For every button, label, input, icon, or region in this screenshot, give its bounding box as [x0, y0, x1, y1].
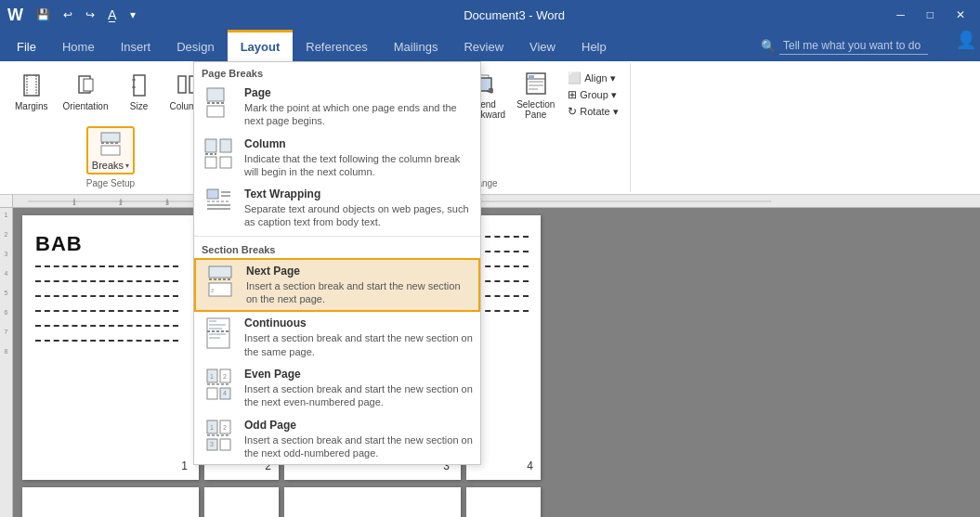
- tab-view[interactable]: View: [516, 30, 568, 61]
- page-7: 7: [22, 487, 199, 517]
- ribbon-content: Margins Orientation: [0, 61, 980, 195]
- margins-button[interactable]: Margins: [9, 69, 54, 114]
- svg-rect-4: [84, 79, 93, 91]
- svg-rect-36: [220, 139, 231, 152]
- breaks-icon: [96, 130, 125, 160]
- column-break-desc: Indicate that the text following the col…: [244, 152, 473, 179]
- page-1: BAB 1: [22, 215, 199, 480]
- page-9: 9: [466, 487, 541, 517]
- ribbon-tabs: File Home Insert Design Layout Reference…: [0, 30, 980, 61]
- breaks-dropdown-menu: Page Breaks Page Mark the point at which…: [193, 61, 481, 465]
- group-button[interactable]: ⊞ Group ▾: [564, 87, 621, 102]
- text-wrapping-break-icon: [202, 187, 235, 221]
- svg-text:4: 4: [223, 390, 227, 396]
- dropdown-item-even-page[interactable]: 1 2 4 Even Page Insert a section break a…: [194, 363, 480, 414]
- tab-layout[interactable]: Layout: [228, 30, 294, 61]
- dropdown-item-next-page[interactable]: 2 Next Page Insert a section break and s…: [194, 258, 480, 313]
- orientation-button[interactable]: Orientation: [58, 69, 114, 114]
- align-group-side: ⬜ Align ▾ ⊞ Group ▾ ↻ Rotate ▾: [562, 67, 623, 123]
- maximize-icon[interactable]: □: [920, 8, 941, 21]
- svg-rect-32: [207, 88, 224, 101]
- odd-page-break-desc: Insert a section break and start the new…: [244, 433, 473, 460]
- dropdown-item-odd-page[interactable]: 1 2 3 Odd Page Insert a section break an…: [194, 414, 480, 465]
- svg-rect-55: [209, 333, 226, 335]
- svg-rect-34: [207, 106, 224, 117]
- account-icon[interactable]: 👤: [956, 30, 976, 61]
- breaks-label: Breaks ▾: [92, 160, 129, 171]
- selection-pane-button[interactable]: SelectionPane: [511, 67, 560, 123]
- tab-insert[interactable]: Insert: [108, 30, 164, 61]
- tab-references[interactable]: References: [293, 30, 380, 61]
- breaks-button[interactable]: Breaks ▾: [86, 126, 135, 174]
- selection-pane-icon: [523, 70, 549, 99]
- rotate-label: Rotate ▾: [580, 106, 618, 118]
- dropdown-item-continuous[interactable]: Continuous Insert a section break and st…: [194, 312, 480, 363]
- tab-mailings[interactable]: Mailings: [381, 30, 451, 61]
- tab-home[interactable]: Home: [49, 30, 108, 61]
- svg-rect-8: [178, 76, 186, 93]
- page-break-text: Page Mark the point at which one page en…: [244, 86, 473, 128]
- margins-label: Margins: [15, 101, 48, 111]
- tab-design[interactable]: Design: [163, 30, 227, 61]
- section-breaks-header: Section Breaks: [194, 239, 480, 258]
- page-break-desc: Mark the point at which one page ends an…: [244, 101, 473, 128]
- svg-rect-39: [220, 157, 231, 168]
- dropdown-item-text-wrapping[interactable]: Text Wrapping Separate text around objec…: [194, 183, 480, 234]
- page-break-icon: [202, 86, 235, 120]
- orientation-label: Orientation: [63, 101, 109, 111]
- dropdown-divider: [194, 236, 480, 237]
- page-7b: [204, 487, 279, 517]
- next-page-break-icon: 2: [203, 265, 237, 298]
- word-logo-icon: W: [7, 6, 23, 25]
- tell-me-area: 🔍: [761, 30, 928, 61]
- size-button[interactable]: Size: [118, 69, 161, 114]
- next-page-break-desc: Insert a section break and start the new…: [246, 279, 471, 306]
- format-painter-button[interactable]: A̲: [104, 6, 121, 24]
- group-icon: ⊞: [568, 88, 577, 101]
- dropdown-item-page[interactable]: Page Mark the point at which one page en…: [194, 82, 480, 133]
- customize-qat-button[interactable]: ▾: [126, 6, 139, 23]
- tab-help[interactable]: Help: [568, 30, 620, 61]
- odd-page-break-title: Odd Page: [244, 419, 473, 432]
- close-icon[interactable]: ✕: [948, 8, 973, 21]
- even-page-break-desc: Insert a section break and start the new…: [244, 382, 473, 409]
- size-icon: [124, 71, 154, 101]
- column-break-icon: [202, 137, 235, 171]
- tell-me-input[interactable]: [779, 37, 928, 55]
- svg-rect-35: [205, 139, 216, 152]
- save-button[interactable]: 💾: [33, 6, 54, 23]
- svg-rect-52: [209, 320, 216, 322]
- titlebar: W 💾 ↩ ↪ A̲ ▾ Document3 - Word ─ □ ✕: [0, 0, 980, 30]
- svg-rect-5: [134, 75, 145, 96]
- align-button[interactable]: ⬜ Align ▾: [564, 71, 621, 85]
- even-page-break-text: Even Page Insert a section break and sta…: [244, 368, 473, 409]
- even-page-break-icon: 1 2 4: [202, 368, 235, 401]
- selection-pane-label: SelectionPane: [516, 99, 555, 120]
- next-page-break-text: Next Page Insert a section break and sta…: [246, 265, 471, 306]
- breaks-dropdown-arrow: ▾: [125, 162, 129, 170]
- rotate-button[interactable]: ↻ Rotate ▾: [564, 104, 621, 119]
- minimize-icon[interactable]: ─: [889, 8, 912, 21]
- even-page-break-title: Even Page: [244, 368, 473, 381]
- svg-rect-28: [529, 75, 534, 78]
- orientation-icon: [71, 71, 100, 101]
- continuous-break-desc: Insert a section break and start the new…: [244, 331, 473, 358]
- odd-page-break-text: Odd Page Insert a section break and star…: [244, 419, 473, 460]
- page-break-title: Page: [244, 86, 473, 99]
- tab-file[interactable]: File: [4, 30, 49, 61]
- svg-rect-71: [220, 439, 230, 450]
- undo-button[interactable]: ↩: [59, 6, 76, 23]
- continuous-break-icon: [202, 317, 235, 350]
- redo-button[interactable]: ↪: [82, 6, 98, 23]
- svg-rect-12: [101, 146, 120, 155]
- dropdown-item-column[interactable]: Column Indicate that the text following …: [194, 133, 480, 184]
- titlebar-left: W 💾 ↩ ↪ A̲ ▾: [7, 6, 139, 25]
- rotate-icon: ↻: [568, 105, 577, 118]
- continuous-break-title: Continuous: [244, 317, 473, 330]
- page-breaks-header: Page Breaks: [194, 62, 480, 82]
- page-1-number: 1: [181, 459, 188, 472]
- page-8: 8: [284, 487, 461, 517]
- svg-rect-56: [209, 337, 220, 339]
- text-wrapping-break-desc: Separate text around objects on web page…: [244, 202, 473, 229]
- tab-review[interactable]: Review: [451, 30, 516, 61]
